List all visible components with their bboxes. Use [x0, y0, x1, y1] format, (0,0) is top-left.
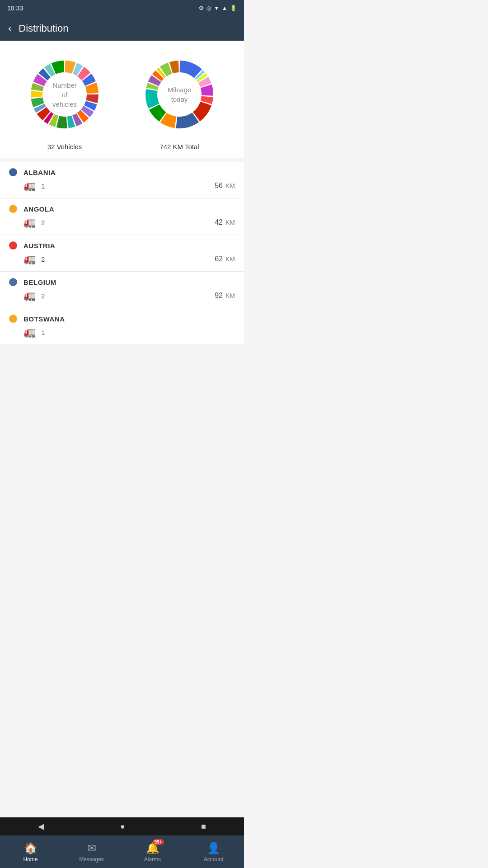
- truck-icon: 🚛: [23, 253, 36, 265]
- country-color-dot: [9, 241, 17, 250]
- vehicles-center-label: Numberofvehicles: [52, 80, 77, 109]
- km-unit: KM: [225, 182, 235, 189]
- vehicles-donut: Numberofvehicles: [22, 52, 108, 137]
- km-value: 62: [215, 255, 223, 263]
- km-value: 56: [215, 182, 223, 190]
- page-title: Distribution: [19, 23, 68, 34]
- country-list: ALBANIA 🚛 1 56 KM ANGOLA 🚛 2 42 KM: [0, 162, 244, 345]
- vehicle-count: 1: [41, 329, 45, 336]
- truck-icon: 🚛: [23, 290, 36, 302]
- charts-divider: [0, 158, 244, 158]
- km-value: 92: [215, 292, 223, 300]
- truck-icon: 🚛: [23, 326, 36, 338]
- header: ‹ Distribution: [0, 16, 244, 41]
- country-color-dot: [9, 278, 17, 286]
- vehicle-count: 1: [41, 182, 45, 190]
- country-name: AUSTRIA: [23, 242, 55, 250]
- country-name: BELGIUM: [23, 278, 56, 286]
- vehicle-count: 2: [41, 292, 45, 300]
- mileage-center-label: Mileagetoday: [168, 85, 192, 104]
- country-color-dot: [9, 168, 17, 176]
- mileage-chart: Mileagetoday 742 KM Total: [136, 52, 222, 151]
- mileage-donut: Mileagetoday: [136, 52, 222, 137]
- country-item[interactable]: BELGIUM 🚛 2 92 KM: [0, 272, 244, 308]
- status-bar: 10:33 ⚙ ◎ ▼ ▲ 🔋: [0, 0, 244, 16]
- km-unit: KM: [225, 255, 235, 263]
- country-item[interactable]: BOTSWANA 🚛 1: [0, 308, 244, 345]
- country-item[interactable]: AUSTRIA 🚛 2 62 KM: [0, 235, 244, 272]
- mileage-total: 742 KM Total: [160, 143, 199, 151]
- signal-icon: ▲: [222, 5, 227, 11]
- status-icons: ⚙ ◎ ▼ ▲ 🔋: [199, 5, 237, 11]
- vehicle-count: 2: [41, 219, 45, 226]
- country-name: ANGOLA: [23, 205, 54, 213]
- country-item[interactable]: ANGOLA 🚛 2 42 KM: [0, 198, 244, 235]
- wifi-icon: ▼: [214, 5, 219, 11]
- charts-section: Numberofvehicles 32 Vehicles Mileagetoda…: [0, 41, 244, 158]
- at-icon: ◎: [206, 5, 211, 11]
- vehicle-count: 2: [41, 255, 45, 263]
- vehicles-total: 32 Vehicles: [47, 143, 82, 151]
- status-time: 10:33: [7, 5, 23, 12]
- km-unit: KM: [225, 219, 235, 226]
- back-button[interactable]: ‹: [8, 23, 11, 34]
- country-item[interactable]: ALBANIA 🚛 1 56 KM: [0, 162, 244, 198]
- vehicles-chart: Numberofvehicles 32 Vehicles: [22, 52, 108, 151]
- country-name: ALBANIA: [23, 169, 56, 176]
- km-unit: KM: [225, 292, 235, 299]
- truck-icon: 🚛: [23, 217, 36, 228]
- truck-icon: 🚛: [23, 180, 36, 192]
- country-name: BOTSWANA: [23, 315, 65, 323]
- country-color-dot: [9, 205, 17, 213]
- battery-icon: 🔋: [230, 5, 237, 11]
- settings-icon: ⚙: [199, 5, 204, 11]
- km-value: 42: [215, 218, 223, 226]
- country-color-dot: [9, 315, 17, 323]
